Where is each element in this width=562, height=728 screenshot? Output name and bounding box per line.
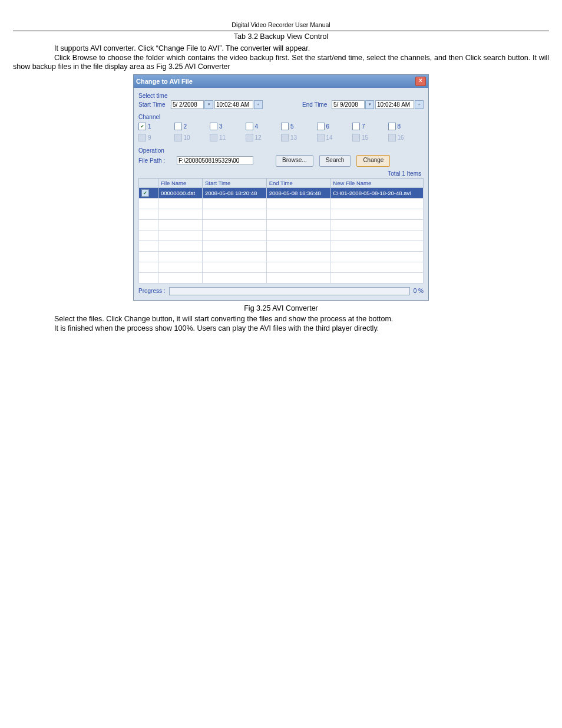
table-row: [139, 262, 424, 272]
table-row: [139, 198, 424, 209]
col-new-file-name[interactable]: New File Name: [330, 178, 424, 187]
table-row: [139, 219, 424, 230]
channel-checkbox-14: 14: [317, 134, 353, 141]
progress-label: Progress :: [138, 288, 166, 294]
table-row[interactable]: ✔ 00000000.dat 2008-05-08 18:20:48 2008-…: [139, 187, 424, 198]
channel-checkbox-9: 9: [138, 134, 174, 141]
start-time-label: Start Time: [138, 101, 171, 108]
progress-percent: 0 %: [414, 288, 424, 294]
paragraph-1: It supports AVI converter. Click “Change…: [13, 44, 549, 54]
end-clock-field[interactable]: 10:02:48 AM: [375, 100, 414, 109]
chevron-down-icon[interactable]: ▾: [204, 100, 213, 109]
header-rule: [13, 31, 549, 31]
col-start-time[interactable]: Start Time: [203, 178, 267, 187]
channel-checkbox-16: 16: [388, 134, 424, 141]
table-header-row: File Name Start Time End Time New File N…: [139, 178, 424, 187]
channel-checkbox-3[interactable]: 3: [210, 123, 246, 130]
channel-checkbox-7[interactable]: 7: [352, 123, 388, 130]
table-row: [139, 251, 424, 262]
cell-file-name: 00000000.dat: [158, 187, 203, 198]
cell-start-time: 2008-05-08 18:20:48: [203, 187, 267, 198]
start-clock-field[interactable]: 10:02:48 AM: [214, 100, 253, 109]
end-date-field[interactable]: 5/ 9/2008: [332, 100, 365, 109]
page-header: Digital Video Recorder User Manual: [13, 21, 549, 28]
table-row: [139, 209, 424, 219]
channel-checkbox-2[interactable]: 2: [174, 123, 210, 130]
col-checkbox[interactable]: [139, 178, 158, 187]
spinner-icon[interactable]: ÷: [254, 100, 263, 109]
channel-checkbox-5[interactable]: 5: [281, 123, 317, 130]
operation-group-label: Operation: [138, 147, 424, 154]
table-row: [139, 241, 424, 251]
col-end-time[interactable]: End Time: [266, 178, 330, 187]
spinner-icon[interactable]: ÷: [415, 100, 424, 109]
avi-converter-dialog: Change to AVI File × Select time Start T…: [133, 74, 429, 301]
close-icon[interactable]: ×: [415, 77, 426, 86]
paragraph-2: Click Browse to choose the folder which …: [13, 54, 549, 72]
cell-new-file-name: CH01-2008-05-08-18-20-48.avi: [330, 187, 424, 198]
channel-checkbox-6[interactable]: 6: [317, 123, 353, 130]
total-items-label: Total 1 Items: [138, 170, 421, 177]
start-date-field[interactable]: 5/ 2/2008: [171, 100, 204, 109]
cell-end-time: 2008-05-08 18:36:48: [266, 187, 330, 198]
col-file-name[interactable]: File Name: [158, 178, 203, 187]
channel-checkbox-8[interactable]: 8: [388, 123, 424, 130]
search-button[interactable]: Search: [319, 155, 351, 167]
channel-checkbox-1[interactable]: ✔1: [138, 123, 174, 130]
channel-checkbox-11: 11: [210, 134, 246, 141]
paragraph-4: It is finished when the process show 100…: [13, 324, 549, 334]
file-path-field[interactable]: F:\20080508195329\00: [177, 156, 253, 165]
channel-grid: ✔1 2 3 4 5 6 7 8 9 10 11 12 13 14 15 16: [138, 123, 424, 141]
end-time-label: End Time: [302, 101, 332, 108]
browse-button[interactable]: Browse...: [276, 155, 313, 167]
change-button[interactable]: Change: [356, 155, 390, 167]
paragraph-3: Select the files. Click Change button, i…: [13, 315, 549, 324]
dialog-title: Change to AVI File: [136, 78, 193, 85]
table-row: [139, 272, 424, 283]
channel-checkbox-4[interactable]: 4: [246, 123, 282, 130]
channel-checkbox-10: 10: [174, 134, 210, 141]
channel-checkbox-13: 13: [281, 134, 317, 141]
channel-checkbox-15: 15: [352, 134, 388, 141]
file-path-label: File Path :: [138, 157, 171, 164]
progress-bar: [169, 287, 410, 295]
chevron-down-icon[interactable]: ▾: [365, 100, 374, 109]
dialog-title-bar[interactable]: Change to AVI File ×: [134, 75, 428, 88]
channel-group-label: Channel: [138, 114, 424, 120]
file-list-table: File Name Start Time End Time New File N…: [138, 178, 424, 284]
channel-checkbox-12: 12: [246, 134, 282, 141]
select-time-group-label: Select time: [138, 93, 424, 99]
figure-caption: Fig 3.25 AVI Converter: [13, 304, 549, 312]
table-row: [139, 230, 424, 241]
tab-caption: Tab 3.2 Backup View Control: [13, 32, 549, 41]
